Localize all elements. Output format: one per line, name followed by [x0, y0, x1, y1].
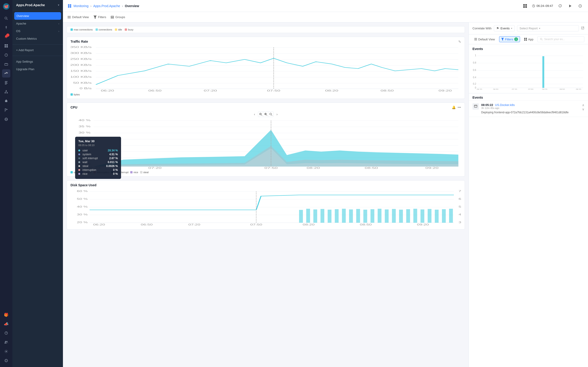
resize-icon[interactable]: ⤡: [458, 40, 461, 43]
play-icon[interactable]: [567, 3, 573, 9]
top-header: Monitoring › Apps.Prod.Apache › Overview…: [63, 0, 588, 12]
correlate-label: Correlate With: [473, 27, 492, 30]
traffic-legend: bytes: [70, 93, 461, 96]
gift-icon[interactable]: 🎁: [2, 311, 10, 319]
tooltip-time: 08:05 to 08:10: [78, 144, 118, 147]
breadcrumb-app[interactable]: Apps.Prod.Apache: [93, 4, 120, 8]
svg-rect-162: [474, 39, 477, 40]
svg-rect-183: [542, 56, 544, 88]
megaphone-icon[interactable]: 📣: [2, 320, 10, 328]
refresh-icon[interactable]: [557, 3, 563, 9]
svg-text:20 %: 20 %: [77, 221, 87, 224]
alert-bell-icon[interactable]: 🔔: [452, 106, 456, 109]
sidebar-item-monitoring[interactable]: [2, 69, 10, 77]
rp-app[interactable]: App: [522, 36, 535, 42]
sidebar-add-report[interactable]: + Add Report: [12, 46, 63, 54]
svg-rect-161: [474, 38, 477, 39]
help-icon[interactable]: ?: [2, 329, 10, 337]
svg-rect-38: [70, 4, 71, 6]
svg-rect-152: [442, 209, 446, 223]
language-icon[interactable]: [2, 357, 10, 365]
rp-filters[interactable]: Filters 1: [499, 36, 520, 42]
rp-search[interactable]: Search your ev...: [537, 36, 584, 42]
sidebar-chevron[interactable]: ▾: [58, 3, 59, 7]
sidebar-item-logs[interactable]: [2, 78, 10, 87]
event-source[interactable]: US.Docker.k8s: [495, 103, 515, 107]
svg-text:50 KB/s: 50 KB/s: [73, 82, 92, 84]
events-chart-title: Events: [473, 47, 584, 51]
svg-rect-148: [414, 209, 417, 223]
disk-svg-wrap: 60 % 50 % 40 % 30 % 20 % 700 GB 600 GB 5…: [70, 189, 461, 227]
svg-rect-135: [320, 209, 324, 223]
sidebar-item-issues[interactable]: !: [2, 51, 10, 59]
svg-text:08:20: 08:20: [542, 88, 547, 90]
settings-icon[interactable]: [2, 347, 10, 356]
event-description: Deploying frontend-app-072a7fdc2131a4400…: [481, 111, 580, 114]
more-options-icon[interactable]: •••: [458, 106, 461, 109]
zoom-reset-icon[interactable]: [268, 112, 273, 117]
sidebar-item-globe[interactable]: [2, 115, 10, 123]
svg-text:08:50: 08:50: [560, 88, 565, 90]
external-link-icon[interactable]: [581, 26, 584, 30]
svg-text:07:20: 07:20: [188, 223, 200, 226]
sidebar-item-robot[interactable]: [2, 97, 10, 105]
events-list-title: Events: [469, 93, 588, 100]
sidebar-nav: Overview Apache › OS › Custom Metrics + …: [12, 10, 63, 367]
sidebar-item-network[interactable]: [2, 88, 10, 96]
sidebar-item-custom-metrics[interactable]: Custom Metrics: [12, 35, 63, 42]
sidebar-item-alerts[interactable]: [2, 33, 10, 41]
toolbar-filters[interactable]: Filters: [94, 14, 106, 20]
legend-connections: connections: [95, 28, 112, 31]
sidebar-item-apache[interactable]: Apache ›: [12, 20, 63, 27]
svg-text:500 GB: 500 GB: [459, 206, 461, 208]
apps-grid-icon[interactable]: [522, 3, 528, 9]
zoom-in-icon[interactable]: [263, 112, 268, 117]
svg-line-3: [7, 19, 8, 20]
events-dropdown[interactable]: ⚑ Events ▾: [494, 25, 515, 31]
sidebar-item-rocket[interactable]: [2, 23, 10, 32]
svg-text:07:50: 07:50: [264, 167, 278, 169]
sidebar-item-app-settings[interactable]: App Settings: [12, 58, 63, 65]
svg-rect-165: [524, 38, 525, 39]
svg-text:0.2: 0.2: [473, 83, 476, 85]
chart-title-disk: Disk Space Used: [70, 183, 461, 187]
toolbar-groups[interactable]: Groups: [111, 14, 125, 20]
tooltip-row-interruption: interruption 0 %: [78, 168, 118, 172]
tooltip-row-steal: steal 0.0026 %: [78, 165, 118, 168]
svg-text:250 KB/s: 250 KB/s: [70, 58, 92, 60]
select-report-dropdown[interactable]: Select Report ▾: [517, 25, 579, 31]
sidebar-item-os[interactable]: OS ›: [12, 27, 63, 35]
charts-panel: max connections connections idle busy: [63, 23, 468, 367]
team-icon[interactable]: [2, 338, 10, 346]
sidebar-item-flag[interactable]: [2, 106, 10, 114]
svg-rect-133: [306, 209, 310, 223]
svg-line-87: [267, 115, 267, 116]
breadcrumb-monitoring[interactable]: Monitoring: [73, 4, 88, 8]
event-expand-icon[interactable]: ∧ ∨: [582, 103, 584, 111]
sidebar-item-upgrade-plan[interactable]: Upgrade Plan: [12, 65, 63, 73]
svg-rect-134: [313, 209, 317, 223]
chevron-right-icon: ›: [58, 30, 59, 33]
svg-rect-11: [5, 63, 7, 64]
sidebar-item-dashboard[interactable]: [2, 42, 10, 50]
rp-default-view[interactable]: Default View: [473, 36, 497, 42]
sidebar-item-containers[interactable]: [2, 60, 10, 68]
svg-text:0.8: 0.8: [473, 61, 476, 64]
svg-text:400 GB: 400 GB: [459, 213, 461, 216]
svg-text:09:20: 09:20: [576, 88, 581, 90]
events-chart: 1 0.8 0.6 0.4 0.2 0: [473, 53, 584, 90]
app-name: Apps.Prod.Apache: [16, 3, 45, 7]
sidebar-item-search[interactable]: [2, 14, 10, 23]
svg-rect-151: [435, 210, 439, 223]
toolbar-default-view[interactable]: Default View: [68, 14, 89, 20]
svg-rect-14: [5, 83, 8, 83]
svg-text:30 %: 30 %: [77, 213, 87, 216]
zoom-next-icon[interactable]: ›: [275, 112, 279, 117]
help-circle-icon[interactable]: ?: [577, 3, 583, 9]
sidebar-item-overview[interactable]: Overview: [14, 12, 61, 20]
zoom-out-icon[interactable]: [258, 112, 263, 117]
svg-text:06:50: 06:50: [493, 88, 498, 90]
svg-rect-44: [525, 6, 527, 8]
svg-rect-144: [385, 209, 389, 223]
zoom-prev-icon[interactable]: ‹: [252, 112, 257, 117]
